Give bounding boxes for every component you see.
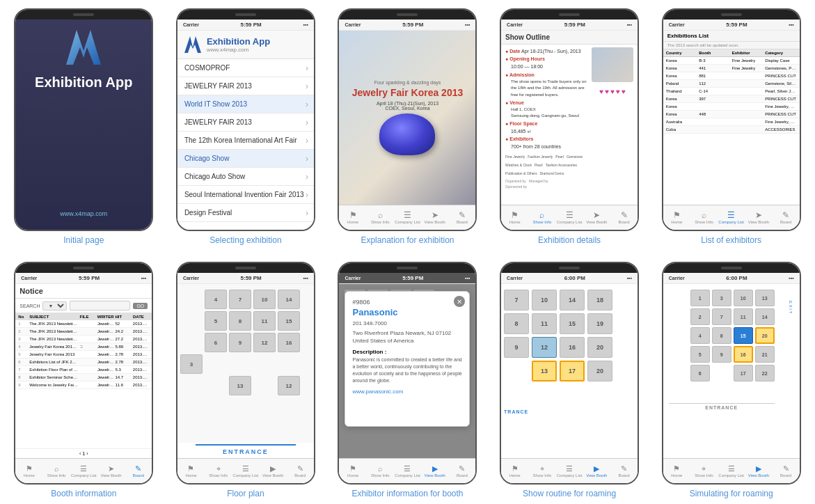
tab-company-list[interactable]: ☰ Company List xyxy=(394,205,421,230)
menu-item-korea-art[interactable]: The 12th Korea International Art Fair xyxy=(177,132,314,150)
r-booth-13-route[interactable]: 13 xyxy=(532,361,557,381)
menu-item-jewelry1[interactable]: JEWELRY FAIR 2013 xyxy=(177,77,314,95)
tab-pp-showinfo[interactable]: ⌕ Show Info xyxy=(367,459,394,483)
booth-4[interactable]: 4 xyxy=(205,290,227,309)
tab-b-company[interactable]: ☰ Company List xyxy=(70,459,97,483)
exhibitor-row-9[interactable]: Australia Fine Jewelry, Gemstone xyxy=(663,118,800,126)
booth-10[interactable]: 10 xyxy=(253,290,276,309)
notice-row-1[interactable]: 1 The JFK 2013 Newsletter Vol. 1 Jewelry… xyxy=(15,320,152,328)
tab-home[interactable]: ⚑ Home xyxy=(339,205,366,230)
search-go-button[interactable]: GO xyxy=(133,303,148,309)
s-b20-route[interactable]: 20 xyxy=(755,327,775,344)
tab-b-viewbooth[interactable]: ➤ View Booth xyxy=(97,459,125,483)
tab-pp-play[interactable]: ▶ View Booth xyxy=(421,459,448,483)
tab-rt-company[interactable]: ☰ Company List xyxy=(556,459,583,483)
page-next[interactable]: › xyxy=(86,451,88,456)
tab-b-board[interactable]: ✎ Board xyxy=(125,459,152,483)
s-b2[interactable]: 2 xyxy=(690,308,710,325)
r-booth-20b[interactable]: 20 xyxy=(587,361,612,381)
menu-item-jewelry2[interactable]: JEWELRY FAIR 2013 xyxy=(177,113,314,132)
search-select[interactable]: ▼ xyxy=(42,301,67,310)
r-booth-17-route[interactable]: 17 xyxy=(560,361,585,381)
r-booth-14[interactable]: 14 xyxy=(560,290,585,310)
tab-ex-showinfo[interactable]: ⌕ Show Info xyxy=(690,205,718,230)
booth-13[interactable]: 13 xyxy=(229,376,251,395)
s-b1[interactable]: 1 xyxy=(690,290,710,306)
r-booth-9[interactable]: 9 xyxy=(504,337,529,358)
popup-website-link[interactable]: www.panasonic.com xyxy=(352,388,462,395)
tab-details-showinfo[interactable]: ⌕ Show Info xyxy=(528,205,555,230)
tab-fp-showinfo[interactable]: ⌖ Show Info xyxy=(205,459,232,483)
exhibitor-row-1[interactable]: Korea B-3 Fine Jewelry Display Case xyxy=(663,57,800,65)
tab-rt-play[interactable]: ▶ View Booth xyxy=(583,459,610,483)
exhibitor-row-7[interactable]: Korea Fine Jewelry, Gems xyxy=(663,103,800,111)
search-input-field[interactable] xyxy=(70,301,130,310)
notice-row-6[interactable]: 6 Exhibitors List of JFK 2011 are update… xyxy=(15,359,152,366)
booth-14[interactable]: 14 xyxy=(278,290,300,309)
tab-b-home[interactable]: ⚑ Home xyxy=(15,459,42,483)
exhibitor-row-8[interactable]: Korea 448 PRINCESS CUT xyxy=(663,111,800,118)
menu-item-worldit[interactable]: World IT Show 2013 xyxy=(177,95,314,113)
tab-ex-company[interactable]: ☰ Company List xyxy=(718,205,745,230)
exhibitor-row-10[interactable]: Cuba ACCESSORIES xyxy=(663,126,800,134)
tab-ex-board[interactable]: ✎ Board xyxy=(773,205,800,230)
tab-ex-viewbooth[interactable]: ➤ View Booth xyxy=(745,205,772,230)
s-b8[interactable]: 8 xyxy=(712,327,731,344)
tab-sim-home[interactable]: ⚑ Home xyxy=(663,459,690,483)
r-booth-20[interactable]: 20 xyxy=(587,337,612,358)
s-b10[interactable]: 10 xyxy=(734,290,753,306)
notice-row-5[interactable]: 5 Jewelry Fair Korea 2013 Jewelry Fair 2… xyxy=(15,351,152,359)
menu-item-chicago-show[interactable]: Chicago Show xyxy=(177,150,314,168)
booth-12[interactable]: 12 xyxy=(253,333,276,352)
tab-show-info[interactable]: ⌕ Show Info xyxy=(367,205,394,230)
tab-fp-home[interactable]: ⚑ Home xyxy=(177,459,205,483)
menu-item-seoul-invention[interactable]: Seoul International Invention Fair 2013 xyxy=(177,186,314,204)
s-b4[interactable]: 4 xyxy=(690,327,710,344)
booth-7[interactable]: 7 xyxy=(229,290,251,309)
menu-item-cosmoprof[interactable]: COSMOPROF xyxy=(177,59,314,77)
s-b5[interactable]: 5 xyxy=(690,346,710,363)
page-prev[interactable]: ‹ xyxy=(79,451,81,456)
s-b21[interactable]: 21 xyxy=(755,346,775,363)
tab-sim-board[interactable]: ✎ Board xyxy=(773,459,800,483)
tab-fp-company[interactable]: ☰ Company List xyxy=(232,459,259,483)
tab-sim-showinfo[interactable]: ⌖ Show Info xyxy=(690,459,718,483)
r-booth-16[interactable]: 16 xyxy=(560,337,585,358)
booth-6[interactable]: 6 xyxy=(205,333,227,352)
notice-row-3[interactable]: 3 The JFK 2013 Newsletter Vol. 3 Jewelry… xyxy=(15,336,152,343)
tab-ex-home[interactable]: ⚑ Home xyxy=(663,205,690,230)
s-b7[interactable]: 7 xyxy=(712,308,731,325)
notice-row-7[interactable]: 7 Exhibition Floor Plan of JFK 2013 upda… xyxy=(15,366,152,374)
r-booth-15[interactable]: 15 xyxy=(560,313,585,334)
booth-15[interactable]: 15 xyxy=(278,311,300,331)
notice-row-4[interactable]: 4 Jewelry Fair Korea 2013 is coming up! … xyxy=(15,343,152,351)
booth-9[interactable]: 9 xyxy=(229,333,251,352)
tab-details-company[interactable]: ☰ Company List xyxy=(556,205,583,230)
s-b15-active[interactable]: 15 xyxy=(734,327,753,344)
booth-8[interactable]: 8 xyxy=(229,311,251,331)
notice-row-9[interactable]: 9 Welcome to Jewelry Fair Korea 2013! Je… xyxy=(15,381,152,389)
tab-rt-showinfo[interactable]: ⌖ Show Info xyxy=(528,459,555,483)
r-booth-19[interactable]: 19 xyxy=(587,313,612,334)
tab-rt-board[interactable]: ✎ Board xyxy=(610,459,638,483)
tab-pp-company[interactable]: ☰ Company List xyxy=(394,459,421,483)
tab-fp-play[interactable]: ▶ View Booth xyxy=(260,459,287,483)
s-b9[interactable]: 9 xyxy=(712,346,731,363)
s-b11[interactable]: 11 xyxy=(734,308,753,325)
r-booth-8[interactable]: 8 xyxy=(504,313,529,334)
s-b3[interactable]: 3 xyxy=(712,290,731,306)
tab-pp-board[interactable]: ✎ Board xyxy=(448,459,475,483)
booth-16[interactable]: 16 xyxy=(278,333,300,352)
r-booth-7[interactable]: 7 xyxy=(504,290,529,310)
exhibitor-row-6[interactable]: Korea 397 PRINCESS CUT xyxy=(663,95,800,103)
popup-close-button[interactable]: ✕ xyxy=(454,296,465,307)
booth-5[interactable]: 5 xyxy=(205,311,227,331)
s-b16-route[interactable]: 16 xyxy=(734,346,753,363)
tab-details-home[interactable]: ⚑ Home xyxy=(501,205,528,230)
r-booth-10[interactable]: 10 xyxy=(532,290,557,310)
notice-row-2[interactable]: 2 The JFK 2013 Newsletter Vol. 2 Jewelry… xyxy=(15,328,152,336)
r-booth-18[interactable]: 18 xyxy=(587,290,612,310)
tab-details-viewbooth[interactable]: ➤ View Booth xyxy=(583,205,610,230)
tab-view-booth[interactable]: ➤ View Booth xyxy=(421,205,448,230)
tab-fp-board[interactable]: ✎ Board xyxy=(287,459,314,483)
